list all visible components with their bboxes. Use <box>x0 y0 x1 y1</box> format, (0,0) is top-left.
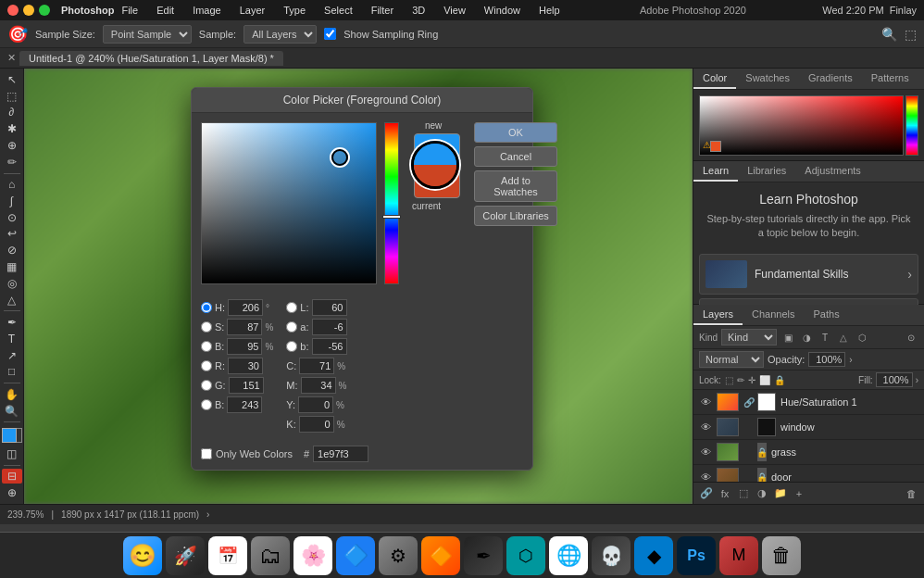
layer-filter-smart-icon[interactable]: ⬡ <box>855 330 869 345</box>
maximize-button[interactable] <box>39 5 50 16</box>
lock-all-icon[interactable]: 🔒 <box>774 375 785 385</box>
move-tool[interactable]: ↖ <box>2 72 22 87</box>
frame-tool[interactable]: ⊟ <box>2 469 22 484</box>
dock-chrome[interactable]: 🌐 <box>549 536 588 575</box>
hue-input[interactable] <box>228 299 263 316</box>
history-brush-tool[interactable]: ↩ <box>2 227 22 242</box>
menu-layer[interactable]: Layer <box>236 5 269 16</box>
tab-paths[interactable]: Paths <box>805 305 849 325</box>
opacity-input[interactable] <box>808 352 845 367</box>
k-input[interactable] <box>299 416 334 433</box>
tab-patterns[interactable]: Patterns <box>862 69 918 89</box>
c-input[interactable] <box>299 358 334 374</box>
menu-photoshop[interactable]: Photoshop <box>57 5 118 16</box>
menu-help[interactable]: Help <box>535 5 564 16</box>
dock-photos[interactable]: 🌸 <box>293 536 332 575</box>
hue-slider[interactable] <box>384 122 399 284</box>
workspace-icon[interactable]: ⬚ <box>905 27 917 42</box>
tab-swatches[interactable]: Swatches <box>736 69 799 89</box>
b-radio[interactable] <box>286 341 297 352</box>
text-tool[interactable]: T <box>2 332 22 346</box>
l-input[interactable] <box>312 299 347 316</box>
dock-launchpad[interactable]: 🚀 <box>166 536 205 575</box>
dock-finder[interactable]: 😊 <box>123 536 162 575</box>
layer-item-hue-saturation[interactable]: 👁 🔗 Hue/Saturation 1 <box>693 390 924 415</box>
new-layer-icon[interactable]: + <box>792 486 806 501</box>
dodge-tool[interactable]: △ <box>2 293 22 308</box>
dock-arduino[interactable]: ⬡ <box>506 536 545 575</box>
lock-position-icon[interactable]: ✛ <box>748 375 755 385</box>
cancel-button[interactable]: Cancel <box>474 146 557 167</box>
layer-filter-adjust-icon[interactable]: ◑ <box>799 330 814 345</box>
close-button[interactable] <box>7 5 19 16</box>
dock-medium[interactable]: M <box>719 536 758 575</box>
eyedropper-tool[interactable]: ✏ <box>2 155 22 170</box>
menu-view[interactable]: View <box>440 5 469 16</box>
b3-input[interactable] <box>312 338 347 355</box>
menu-3d[interactable]: 3D <box>408 5 429 16</box>
quick-mask-tool[interactable]: ◫ <box>2 446 22 461</box>
layer-item-window[interactable]: 👁 window <box>693 415 924 440</box>
a-input[interactable] <box>312 319 347 335</box>
path-tool[interactable]: ↗ <box>2 348 22 363</box>
kind-select[interactable]: Kind <box>721 329 777 346</box>
menu-select[interactable]: Select <box>320 5 356 16</box>
show-sampling-ring-checkbox[interactable] <box>324 28 336 40</box>
lock-artboard-icon[interactable]: ⬜ <box>759 375 770 385</box>
sample-size-select[interactable]: Point Sample <box>103 25 192 44</box>
dock-blender[interactable]: 🔶 <box>421 536 460 575</box>
hue-radio[interactable] <box>201 302 212 313</box>
only-web-colors-checkbox[interactable] <box>201 448 212 459</box>
dock-photoshop[interactable]: Ps <box>677 536 716 575</box>
minimize-button[interactable] <box>23 5 34 16</box>
new-adjustment-icon[interactable]: ◑ <box>755 486 769 501</box>
menu-type[interactable]: Type <box>280 5 309 16</box>
shape-tool[interactable]: □ <box>2 364 22 379</box>
dock-calendar[interactable]: 📅 <box>208 536 247 575</box>
blue-input[interactable] <box>227 396 262 413</box>
layer-filter-pixel-icon[interactable]: ▣ <box>780 330 795 345</box>
artboard-tool[interactable]: ⊕ <box>2 485 22 500</box>
brightness-radio[interactable] <box>201 341 212 352</box>
dock-inkscape[interactable]: ✒ <box>464 536 503 575</box>
dock-settings[interactable]: ⚙ <box>379 536 418 575</box>
tool-icon[interactable]: 🎯 <box>7 24 28 44</box>
link-layers-icon[interactable]: 🔗 <box>699 486 714 501</box>
dock-finder2[interactable]: 🗂 <box>251 536 290 575</box>
layer-item-grass[interactable]: 👁 🔒 grass <box>693 440 924 465</box>
m-input[interactable] <box>301 377 336 394</box>
add-layer-style-icon[interactable]: fx <box>718 486 732 501</box>
layer-filter-type-icon[interactable]: T <box>818 330 832 345</box>
menu-file[interactable]: File <box>118 5 142 16</box>
brightness-input[interactable] <box>227 338 262 355</box>
out-of-gamut-swatch[interactable] <box>710 141 721 152</box>
gradient-cursor[interactable] <box>331 149 348 166</box>
document-tab[interactable]: Untitled-1 @ 240% (Hue/Saturation 1, Lay… <box>19 51 283 66</box>
dock-trash[interactable]: 🗑 <box>762 536 801 575</box>
lock-image-icon[interactable]: ✏ <box>737 375 744 385</box>
l-radio[interactable] <box>286 302 297 313</box>
layer-filter-shape-icon[interactable]: △ <box>836 330 851 345</box>
layer-eye-grass[interactable]: 👁 <box>699 446 712 459</box>
tab-adjustments[interactable]: Adjustments <box>795 161 870 182</box>
green-input[interactable] <box>229 377 264 394</box>
fg-bg-colors[interactable] <box>2 428 22 443</box>
lasso-tool[interactable]: ∂ <box>2 106 22 120</box>
color-grad-bg[interactable] <box>699 95 904 156</box>
color-gradient-box[interactable] <box>201 122 377 284</box>
layer-eye-door[interactable]: 👁 <box>699 471 712 482</box>
dock-app-store[interactable]: 🔷 <box>336 536 375 575</box>
sample-select[interactable]: All Layers <box>243 25 317 44</box>
menu-window[interactable]: Window <box>481 5 524 16</box>
tab-color[interactable]: Color <box>693 69 736 89</box>
spot-heal-tool[interactable]: ⌂ <box>2 177 22 192</box>
clone-tool[interactable]: ⊙ <box>2 210 22 225</box>
add-mask-icon[interactable]: ⬚ <box>736 486 751 501</box>
fill-input[interactable] <box>876 372 913 387</box>
a-radio[interactable] <box>286 321 297 333</box>
tab-gradients[interactable]: Gradients <box>799 69 862 89</box>
y-input[interactable] <box>298 396 333 413</box>
opacity-arrow[interactable]: › <box>849 355 852 365</box>
crop-tool[interactable]: ⊕ <box>2 138 22 153</box>
learn-card-fundamental[interactable]: Fundamental Skills › <box>699 254 918 295</box>
